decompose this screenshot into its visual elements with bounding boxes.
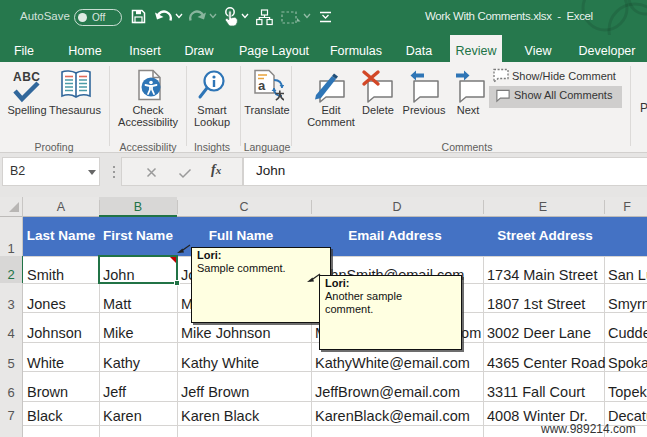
svg-text:a: a [258,78,266,93]
